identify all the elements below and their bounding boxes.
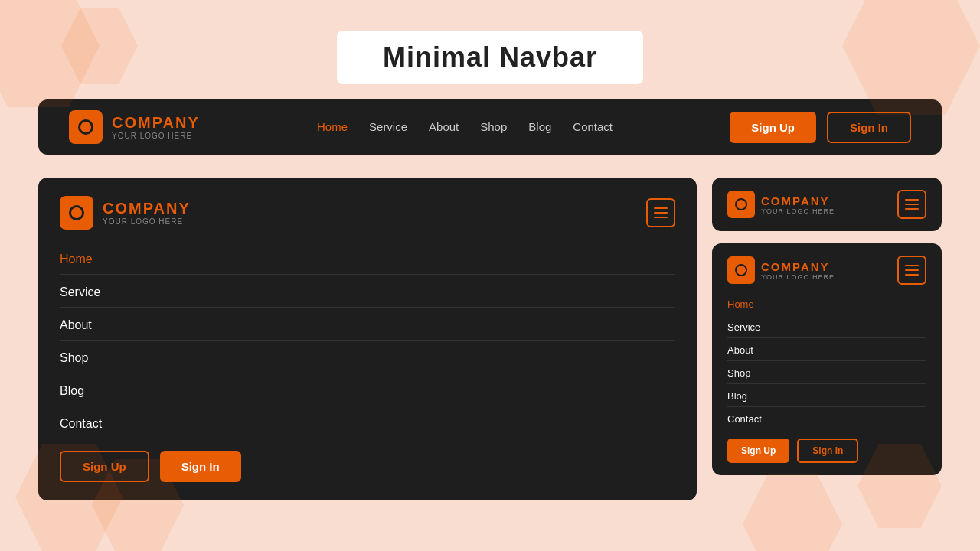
company-sub: YOUR LOGO HERE <box>112 132 200 140</box>
mobile-nav-link-contact[interactable]: Contact <box>60 409 675 439</box>
nav-item-service[interactable]: Service <box>369 120 407 134</box>
mobile-signin-button[interactable]: Sign In <box>160 451 241 482</box>
small-hamburger-line-1 <box>905 265 919 266</box>
hamburger-button[interactable] <box>646 198 675 227</box>
mini-hamburger-line-2 <box>905 204 919 205</box>
small-nav-item-home[interactable]: Home <box>727 294 926 315</box>
hamburger-line-1 <box>654 207 668 209</box>
logo-text: COMPANY YOUR LOGO HERE <box>112 114 200 140</box>
nav-link-contact[interactable]: Contact <box>573 120 612 133</box>
company-name: COMPANY <box>112 114 200 132</box>
mobile-logo-area: COMPANY YOUR LOGO HERE <box>60 196 191 230</box>
small-nav-links: Home Service About Shop Blog Contact <box>727 294 926 429</box>
mobile-signup-button[interactable]: Sign Up <box>60 451 149 482</box>
small-logo-icon <box>727 256 755 284</box>
navbar-horizontal: COMPANY YOUR LOGO HERE Home Service Abou… <box>38 99 942 155</box>
nav-item-blog[interactable]: Blog <box>528 120 551 134</box>
small-hamburger-line-3 <box>905 274 919 276</box>
signin-button[interactable]: Sign In <box>827 112 911 143</box>
small-company-name: COMPANY <box>761 260 835 273</box>
mobile-logo-icon-inner <box>69 205 84 220</box>
mini-logo-area: COMPANY YOUR LOGO HERE <box>727 191 835 218</box>
mini-company-name: COMPANY <box>761 194 835 207</box>
mobile-nav-header: COMPANY YOUR LOGO HERE <box>60 196 675 230</box>
hamburger-line-3 <box>654 217 668 218</box>
small-nav-item-blog[interactable]: Blog <box>727 386 926 407</box>
mobile-nav-links: Home Service About Shop Blog Contact <box>60 245 675 439</box>
small-hamburger-line-2 <box>905 269 919 271</box>
mobile-nav-item-service[interactable]: Service <box>60 278 675 308</box>
nav-item-contact[interactable]: Contact <box>573 120 612 134</box>
hamburger-line-2 <box>654 212 668 214</box>
navbar-mobile-small: COMPANY YOUR LOGO HERE Home Service Abou… <box>712 243 942 475</box>
small-signup-button[interactable]: Sign Up <box>727 439 789 463</box>
small-hamburger-button[interactable] <box>897 256 926 285</box>
mobile-nav-link-blog[interactable]: Blog <box>60 377 675 406</box>
mini-company-sub: YOUR LOGO HERE <box>761 207 835 215</box>
logo-icon <box>69 110 103 144</box>
mini-logo-icon <box>727 191 755 218</box>
mobile-nav-item-home[interactable]: Home <box>60 245 675 275</box>
mobile-logo-icon <box>60 196 93 230</box>
mobile-company-name: COMPANY <box>103 200 191 217</box>
navbar-mobile-large: COMPANY YOUR LOGO HERE Home Service Abou… <box>38 178 697 500</box>
small-nav-link-home[interactable]: Home <box>727 294 926 315</box>
small-nav-buttons: Sign Up Sign In <box>727 439 926 463</box>
small-nav-link-shop[interactable]: Shop <box>727 363 926 384</box>
logo-icon-inner <box>78 119 93 135</box>
mobile-nav-link-shop[interactable]: Shop <box>60 344 675 373</box>
nav-link-home[interactable]: Home <box>317 120 348 133</box>
navbar-mini: COMPANY YOUR LOGO HERE <box>712 178 942 231</box>
mobile-nav-link-about[interactable]: About <box>60 311 675 341</box>
mobile-nav-item-contact[interactable]: Contact <box>60 409 675 439</box>
small-logo-text: COMPANY YOUR LOGO HERE <box>761 260 835 281</box>
mobile-company-sub: YOUR LOGO HERE <box>103 217 191 226</box>
mobile-logo-text: COMPANY YOUR LOGO HERE <box>103 200 191 226</box>
page-title-container: Minimal Navbar <box>0 0 980 84</box>
nav-link-about[interactable]: About <box>429 120 459 133</box>
mini-hamburger-line-3 <box>905 208 919 210</box>
mobile-nav-item-blog[interactable]: Blog <box>60 377 675 406</box>
nav-link-service[interactable]: Service <box>369 120 407 133</box>
small-signin-button[interactable]: Sign In <box>797 439 858 463</box>
mini-hamburger-button[interactable] <box>897 190 926 219</box>
page-title-box: Minimal Navbar <box>337 31 643 84</box>
small-nav-item-shop[interactable]: Shop <box>727 363 926 384</box>
nav-item-home[interactable]: Home <box>317 120 348 134</box>
small-nav-link-about[interactable]: About <box>727 340 926 361</box>
mini-hamburger-line-1 <box>905 199 919 201</box>
small-nav-link-contact[interactable]: Contact <box>727 409 926 429</box>
nav-link-blog[interactable]: Blog <box>528 120 551 133</box>
nav-links: Home Service About Shop Blog Contact <box>317 120 612 134</box>
small-nav-link-service[interactable]: Service <box>727 317 926 338</box>
mobile-nav-item-about[interactable]: About <box>60 311 675 341</box>
nav-item-shop[interactable]: Shop <box>480 120 507 134</box>
small-nav-item-service[interactable]: Service <box>727 317 926 338</box>
small-nav-item-contact[interactable]: Contact <box>727 409 926 429</box>
small-logo-area: COMPANY YOUR LOGO HERE <box>727 256 835 284</box>
mobile-nav-buttons: Sign Up Sign In <box>60 451 675 482</box>
mobile-nav-link-home[interactable]: Home <box>60 245 675 275</box>
nav-item-about[interactable]: About <box>429 120 459 134</box>
bottom-row: COMPANY YOUR LOGO HERE Home Service Abou… <box>38 178 942 500</box>
mini-logo-icon-inner <box>735 198 747 210</box>
nav-link-shop[interactable]: Shop <box>480 120 507 133</box>
small-nav-header: COMPANY YOUR LOGO HERE <box>727 256 926 285</box>
mobile-nav-link-service[interactable]: Service <box>60 278 675 308</box>
right-col: COMPANY YOUR LOGO HERE COMPANY <box>712 178 942 500</box>
mobile-nav-item-shop[interactable]: Shop <box>60 344 675 373</box>
small-nav-item-about[interactable]: About <box>727 340 926 361</box>
mini-logo-text: COMPANY YOUR LOGO HERE <box>761 194 835 215</box>
nav-buttons: Sign Up Sign In <box>730 112 911 143</box>
logo-area: COMPANY YOUR LOGO HERE <box>69 110 200 144</box>
signup-button[interactable]: Sign Up <box>730 112 816 143</box>
page-title: Minimal Navbar <box>383 41 597 73</box>
small-logo-icon-inner <box>735 264 747 276</box>
small-company-sub: YOUR LOGO HERE <box>761 273 835 281</box>
small-nav-link-blog[interactable]: Blog <box>727 386 926 407</box>
